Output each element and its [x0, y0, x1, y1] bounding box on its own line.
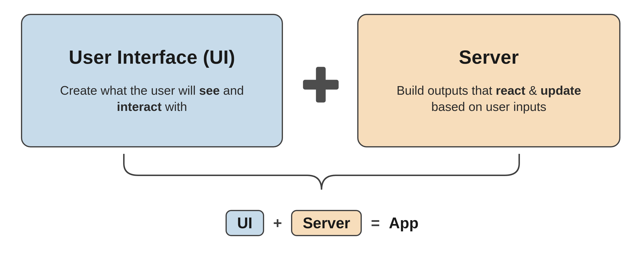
ui-box-description: Create what the user will see and intera… — [48, 82, 256, 115]
ui-desc-text: Create what the user will — [60, 83, 199, 97]
ui-desc-bold-see: see — [199, 83, 220, 97]
plus-icon — [300, 64, 341, 105]
equation-server-pill: Server — [291, 210, 362, 236]
equation-equals-symbol: = — [371, 214, 380, 232]
server-desc-text: based on user inputs — [431, 100, 546, 113]
equation-plus-symbol: + — [273, 214, 282, 232]
server-box-title: Server — [459, 46, 519, 68]
ui-box: User Interface (UI) Create what the user… — [21, 14, 283, 148]
curly-brace-connector — [119, 154, 524, 194]
server-desc-text: Build outputs that — [396, 83, 496, 97]
server-desc-bold-react: react — [496, 83, 525, 97]
ui-desc-bold-interact: interact — [117, 100, 162, 113]
equation-row: UI + Server = App — [0, 210, 644, 236]
server-desc-text: & — [526, 83, 541, 97]
ui-box-title: User Interface (UI) — [69, 46, 235, 68]
architecture-diagram: User Interface (UI) Create what the user… — [0, 0, 644, 260]
equation-ui-pill: UI — [226, 210, 264, 236]
equation-result: App — [389, 214, 418, 232]
ui-desc-text: with — [162, 100, 187, 113]
server-box: Server Build outputs that react & update… — [357, 14, 620, 148]
server-box-description: Build outputs that react & update based … — [384, 82, 594, 115]
server-desc-bold-update: update — [540, 83, 581, 97]
svg-rect-1 — [303, 80, 339, 90]
ui-desc-text: and — [220, 83, 244, 97]
